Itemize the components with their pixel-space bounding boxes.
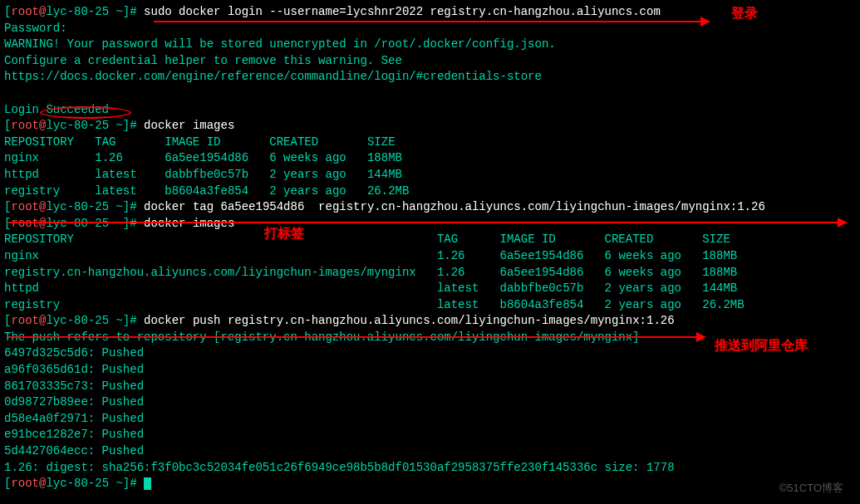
table1-row: httpd latest dabbfbe0c57b 2 years ago 14…	[4, 167, 856, 183]
prompt-line-5: [root@lyc-80-25 ~]# docker push registry…	[4, 313, 856, 330]
prompt-line-4: [root@lyc-80-25 ~]# docker images	[4, 216, 856, 232]
arrow-push	[8, 336, 698, 338]
prompt-line-3: [root@lyc-80-25 ~]# docker tag 6a5ee1954…	[4, 199, 856, 216]
table2-row: registry latest b8604a3fe854 2 years ago…	[4, 297, 856, 314]
cmd-tag: docker tag 6a5ee1954d86 registry.cn-hang…	[144, 200, 765, 213]
cursor-icon	[144, 477, 151, 490]
password-prompt: Password:	[4, 21, 856, 37]
arrow-login	[154, 21, 702, 22]
annotation-push: 推送到阿里仓库	[715, 336, 808, 355]
watermark: ©51CTO博客	[779, 481, 843, 496]
table2-row: nginx 1.26 6a5ee1954d86 6 weeks ago 188M…	[4, 248, 856, 265]
table2-row: registry.cn-hangzhou.aliyuncs.com/liying…	[4, 265, 856, 281]
table1-row: registry latest b8604a3fe854 2 years ago…	[4, 183, 856, 200]
push-layer: 861703335c73: Pushed	[4, 379, 856, 395]
cmd-login: sudo docker login --username=lycshnr2022…	[144, 5, 661, 18]
warning-line-1: WARNING! Your password will be stored un…	[4, 37, 856, 53]
push-digest: 1.26: digest: sha256:f3f0bc3c52034fe051c…	[4, 460, 856, 477]
circle-succeeded	[40, 106, 131, 119]
table2-row: httpd latest dabbfbe0c57b 2 years ago 14…	[4, 281, 856, 297]
prompt-line-6: [root@lyc-80-25 ~]#	[4, 476, 856, 492]
push-layer: d58e4a0f2971: Pushed	[4, 411, 856, 428]
arrow-tag	[8, 222, 839, 223]
table2-header: REPOSITORY TAG IMAGE ID CREATED SIZE	[4, 232, 856, 248]
prompt-line-1: [root@lyc-80-25 ~]# sudo docker login --…	[4, 4, 856, 21]
push-layer: e91bce1282e7: Pushed	[4, 427, 856, 443]
prompt-line-2: [root@lyc-80-25 ~]# docker images	[4, 118, 856, 135]
warning-line-3: https://docs.docker.com/engine/reference…	[4, 69, 856, 86]
push-layer: 5d4427064ecc: Pushed	[4, 443, 856, 460]
annotation-tag: 打标签	[264, 224, 304, 242]
push-layer: 0d98727b89ee: Pushed	[4, 394, 856, 411]
cmd-push: docker push registry.cn-hangzhou.aliyunc…	[144, 314, 675, 327]
annotation-login: 登录	[731, 4, 758, 22]
table1-row: nginx 1.26 6a5ee1954d86 6 weeks ago 188M…	[4, 150, 856, 167]
table1-header: REPOSITORY TAG IMAGE ID CREATED SIZE	[4, 135, 856, 151]
push-layer: a96f0365d61d: Pushed	[4, 362, 856, 379]
login-succeeded: Login Succeeded	[4, 102, 856, 119]
cmd-images-1: docker images	[144, 119, 234, 132]
warning-line-2: Configure a credential helper to remove …	[4, 53, 856, 70]
